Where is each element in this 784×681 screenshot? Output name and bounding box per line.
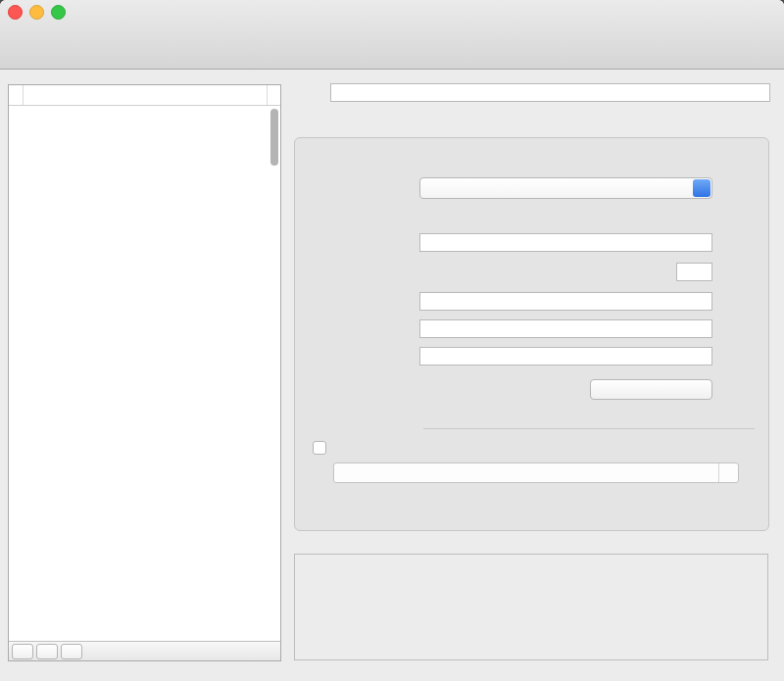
server-input[interactable] [419,233,712,252]
file-delivery-options-group [294,554,768,660]
zoom-button[interactable] [51,5,66,20]
section-divider [423,428,755,429]
use-http-address-checkbox[interactable] [313,441,326,455]
list-header[interactable] [9,85,280,106]
close-button[interactable] [8,5,23,20]
refresh-icon[interactable] [718,463,738,482]
destination-list-panel [8,84,281,661]
path-input[interactable] [419,292,712,311]
destination-list [9,106,280,642]
minimize-button[interactable] [29,5,44,20]
column-divider [23,85,24,105]
add-destination-button[interactable] [12,644,33,659]
password-input[interactable] [419,347,712,365]
app-window [0,0,784,681]
destination-type-select[interactable] [419,177,712,199]
traffic-lights [8,5,66,20]
port-input[interactable] [676,263,712,281]
name-input[interactable] [330,83,770,102]
list-footer [9,641,280,660]
use-http-address-row [313,441,333,455]
scrollbar-thumb[interactable] [270,109,278,166]
popup-stepper-icon [693,179,710,197]
column-divider [267,85,268,105]
http-url-field[interactable] [333,462,739,483]
duplicate-destination-button[interactable] [61,644,82,659]
remove-destination-button[interactable] [36,644,58,659]
user-input[interactable] [419,319,712,338]
title-bar [0,0,784,70]
show-contents-button[interactable] [590,379,712,400]
